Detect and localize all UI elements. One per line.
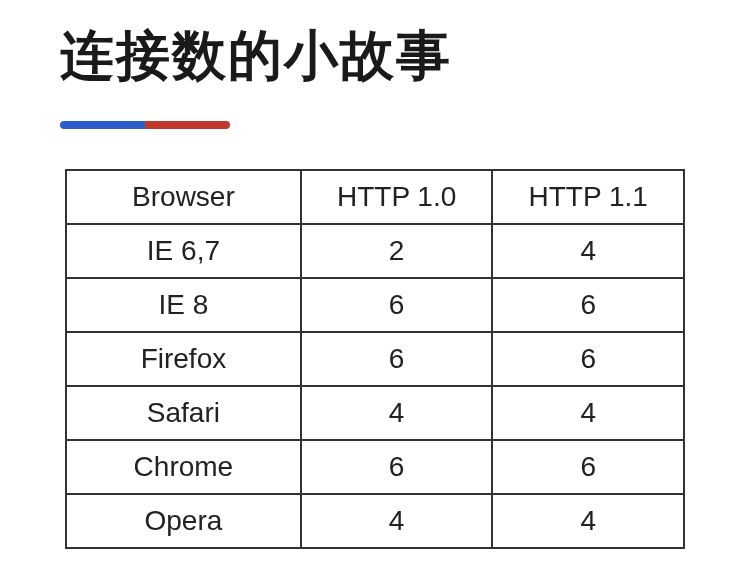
table-row: Chrome 6 6 <box>66 440 684 494</box>
cell-http10: 6 <box>301 332 493 386</box>
cell-http11: 6 <box>492 278 684 332</box>
cell-http10: 6 <box>301 440 493 494</box>
table-row: Opera 4 4 <box>66 494 684 548</box>
cell-browser: Opera <box>66 494 301 548</box>
table-row: Firefox 6 6 <box>66 332 684 386</box>
cell-http11: 4 <box>492 224 684 278</box>
cell-http11: 6 <box>492 440 684 494</box>
cell-http10: 4 <box>301 386 493 440</box>
cell-http10: 6 <box>301 278 493 332</box>
cell-browser: Safari <box>66 386 301 440</box>
header-browser: Browser <box>66 170 301 224</box>
header-http11: HTTP 1.1 <box>492 170 684 224</box>
cell-http11: 6 <box>492 332 684 386</box>
connections-table: Browser HTTP 1.0 HTTP 1.1 IE 6,7 2 4 IE … <box>65 169 685 549</box>
header-http10: HTTP 1.0 <box>301 170 493 224</box>
cell-browser: Chrome <box>66 440 301 494</box>
cell-http10: 2 <box>301 224 493 278</box>
table-row: IE 8 6 6 <box>66 278 684 332</box>
divider-blue <box>60 121 145 129</box>
cell-browser: IE 6,7 <box>66 224 301 278</box>
cell-browser: Firefox <box>66 332 301 386</box>
page-title: 连接数的小故事 <box>60 20 692 93</box>
title-divider <box>60 121 230 129</box>
cell-http10: 4 <box>301 494 493 548</box>
table-header-row: Browser HTTP 1.0 HTTP 1.1 <box>66 170 684 224</box>
cell-http11: 4 <box>492 386 684 440</box>
table-row: IE 6,7 2 4 <box>66 224 684 278</box>
table-row: Safari 4 4 <box>66 386 684 440</box>
cell-browser: IE 8 <box>66 278 301 332</box>
cell-http11: 4 <box>492 494 684 548</box>
divider-red <box>145 121 230 129</box>
